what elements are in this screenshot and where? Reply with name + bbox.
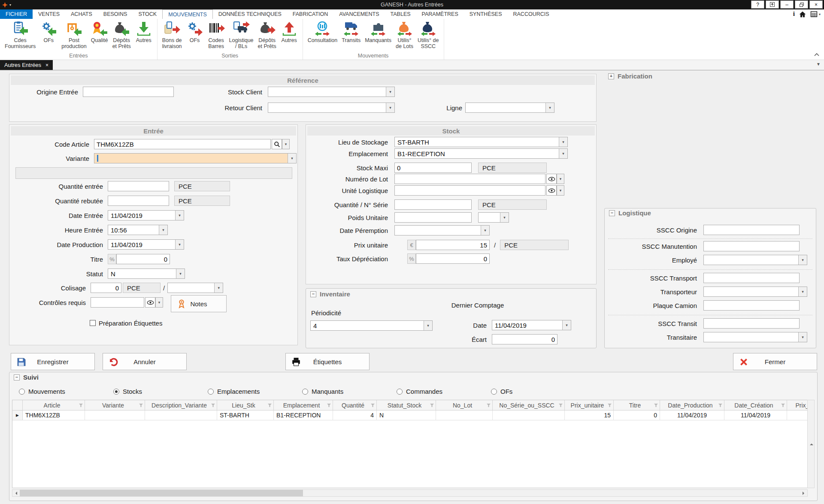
ribbon-ofs-sorties[interactable]: OFs xyxy=(184,20,206,44)
dropdown-icon[interactable]: ▾ xyxy=(175,211,184,220)
pin-up-button[interactable] xyxy=(766,0,779,9)
date-peremption-combo[interactable]: ▾ xyxy=(394,225,490,235)
column-header-Titre[interactable]: Titre xyxy=(614,400,660,410)
fabrication-expand-icon[interactable]: + xyxy=(608,73,614,79)
filter-icon[interactable] xyxy=(79,404,83,407)
filter-icon[interactable] xyxy=(487,404,491,407)
dropdown-icon[interactable]: ▾ xyxy=(288,154,296,163)
annuler-button[interactable]: Annuler xyxy=(103,353,187,370)
menu-tab-ventes[interactable]: VENTES xyxy=(33,9,65,19)
logistique-collapse-icon[interactable]: − xyxy=(609,210,615,216)
dropdown-icon[interactable]: ▾ xyxy=(500,213,509,222)
menu-tab-mouvements[interactable]: MOUVEMENTS xyxy=(162,9,213,19)
column-header-No_Série_ou_SSCC[interactable]: No_Série_ou_SSCC xyxy=(493,400,565,410)
unite-logistique-dropdown-button[interactable]: ▾ xyxy=(557,185,564,196)
numero-lot-input[interactable] xyxy=(394,174,545,184)
suivi-collapse-icon[interactable]: − xyxy=(14,374,20,380)
origine-entree-input[interactable] xyxy=(83,87,174,97)
poids-unit-combo[interactable]: ▾ xyxy=(478,212,509,223)
column-header-Date_Création[interactable]: Date_Création xyxy=(724,400,787,410)
ribbon-qualite[interactable]: Qualité xyxy=(89,20,110,44)
retour-client-combo[interactable]: ▾ xyxy=(268,103,395,113)
date-entree-combo[interactable]: 11/04/2019▾ xyxy=(108,210,184,220)
close-button[interactable]: × xyxy=(809,0,823,9)
column-header-Variante[interactable]: Variante xyxy=(85,400,145,410)
scroll-up-arrow[interactable] xyxy=(808,400,815,488)
ribbon-logistique-bls[interactable]: Logistique / BLs xyxy=(227,20,256,50)
column-header-Description_Variante[interactable]: Description_Variante xyxy=(145,400,217,410)
article-dropdown-button[interactable]: ▾ xyxy=(282,139,290,149)
ribbon-depots-prets-entrees[interactable]: Dépôts et Prêts xyxy=(110,20,133,50)
sscc-manutention-input[interactable] xyxy=(703,241,800,251)
radio-ofs[interactable]: OFs xyxy=(491,388,585,395)
menu-tab-paramètres[interactable]: PARAMÈTRES xyxy=(416,9,464,19)
dropdown-icon[interactable]: ▾ xyxy=(159,225,167,235)
numero-lot-dropdown-button[interactable]: ▾ xyxy=(557,174,564,184)
menu-tab-stock[interactable]: STOCK xyxy=(133,9,162,19)
sscc-origine-input[interactable] xyxy=(703,225,800,235)
menu-tab-achats[interactable]: ACHATS xyxy=(65,9,98,19)
scroll-left-arrow[interactable] xyxy=(12,490,20,496)
dropdown-icon[interactable]: ▾ xyxy=(559,137,567,147)
quantite-serie-input[interactable] xyxy=(394,199,472,210)
plaque-camion-input[interactable] xyxy=(703,300,800,311)
column-header-Emplacement[interactable]: Emplacement xyxy=(274,400,333,410)
dropdown-icon[interactable]: ▾ xyxy=(386,87,394,97)
column-header-No_Lot[interactable]: No_Lot xyxy=(436,400,493,410)
radio-manquants[interactable]: Manquants xyxy=(302,388,397,395)
controles-requis-input[interactable] xyxy=(91,297,144,308)
menu-tab-tables[interactable]: TABLES xyxy=(385,9,416,19)
controles-view-button[interactable] xyxy=(145,297,155,308)
lieu-stockage-combo[interactable]: ST-BARTH▾ xyxy=(394,137,568,147)
article-search-button[interactable] xyxy=(272,139,282,149)
etiquettes-button[interactable]: Étiquettes xyxy=(285,353,370,370)
dropdown-icon[interactable]: ▾ xyxy=(176,269,185,278)
table-vertical-scrollbar[interactable] xyxy=(807,400,815,488)
grid-menu[interactable]: ▾ xyxy=(810,11,821,17)
transitaire-combo[interactable]: ▾ xyxy=(703,332,807,342)
menu-tab-fichier[interactable]: FICHIER xyxy=(0,9,33,19)
scroll-down-arrow[interactable] xyxy=(808,488,815,504)
notes-button[interactable]: Notes xyxy=(171,295,227,312)
column-header-Lieu_Stk[interactable]: Lieu_Stk xyxy=(217,400,274,410)
emplacement-combo[interactable]: B1-RECEPTION▾ xyxy=(394,148,568,159)
menu-tab-avancements[interactable]: AVANCEMENTS xyxy=(333,9,385,19)
variante-combo[interactable]: ▾ xyxy=(94,153,297,163)
table-row[interactable]: ▶THM6X12ZBST-BARTHB1-RECEPTION4N15011/04… xyxy=(12,410,807,420)
preparation-etiquettes-checkbox[interactable] xyxy=(90,320,96,326)
ribbon-utilis-de-sscc[interactable]: Utilis° de SSCC xyxy=(415,20,441,50)
radio-commandes[interactable]: Commandes xyxy=(397,388,491,395)
dropdown-icon[interactable]: ▾ xyxy=(175,240,184,249)
ecart-input[interactable] xyxy=(492,334,557,344)
filter-icon[interactable] xyxy=(654,404,658,407)
ribbon-consultation[interactable]: Consultation xyxy=(306,20,340,44)
column-header-Quantité[interactable]: Quantité xyxy=(333,400,377,410)
employe-combo[interactable]: ▾ xyxy=(703,255,807,265)
info-icon[interactable]: i xyxy=(793,11,795,18)
column-header-Date_Production[interactable]: Date_Production xyxy=(660,400,724,410)
menu-tab-synthèses[interactable]: SYNTHÈSES xyxy=(464,9,508,19)
filter-icon[interactable] xyxy=(268,404,272,407)
quantite-entree-input[interactable] xyxy=(108,181,169,191)
radio-emplacements[interactable]: Emplacements xyxy=(208,388,302,395)
dropdown-icon[interactable]: ▾ xyxy=(559,149,567,158)
dropdown-icon[interactable]: ▾ xyxy=(545,103,554,112)
document-tab-close-icon[interactable]: × xyxy=(45,62,48,68)
filter-icon[interactable] xyxy=(371,404,375,407)
comptage-date-combo[interactable]: 11/04/2019▾ xyxy=(492,320,571,330)
titre-input[interactable] xyxy=(116,254,170,264)
menu-tab-données-techniques[interactable]: DONNÉES TECHNIQUES xyxy=(213,9,287,19)
ribbon-depots-prets-sorties[interactable]: Dépôts et Prêts xyxy=(256,20,279,50)
statut-combo[interactable]: N▾ xyxy=(108,269,185,279)
menu-tab-fabrication[interactable]: FABRICATION xyxy=(287,9,333,19)
ribbon-autres-entrees[interactable]: Autres xyxy=(133,20,154,44)
filter-icon[interactable] xyxy=(327,404,331,407)
ribbon-post-production[interactable]: Post production xyxy=(59,20,88,50)
menu-tab-raccourcis[interactable]: RACCOURCIS xyxy=(508,9,555,19)
inventaire-collapse-icon[interactable]: − xyxy=(310,291,316,297)
ribbon-bons-de-livraison[interactable]: Bons de livraison xyxy=(160,20,184,50)
filter-icon[interactable] xyxy=(718,404,722,407)
restore-button[interactable] xyxy=(795,0,808,9)
enregistrer-button[interactable]: Enregistrer xyxy=(11,353,95,370)
prix-unitaire-input[interactable] xyxy=(416,240,490,250)
